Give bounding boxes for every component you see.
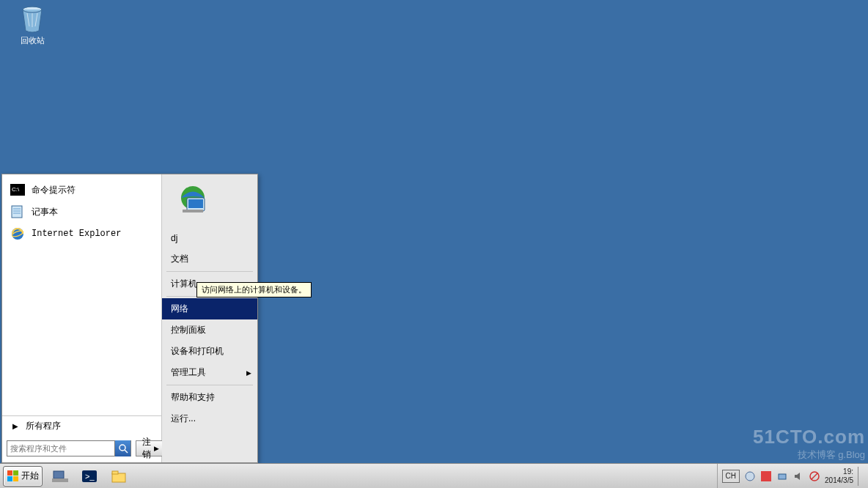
start-menu-search-row: 注销 ▶ bbox=[2, 436, 161, 462]
chevron-right-icon: ▶ bbox=[246, 369, 251, 377]
taskbar: 开始 >_ CH 19: 2014/3/5 bbox=[0, 463, 868, 488]
svg-rect-4 bbox=[12, 206, 22, 218]
start-button-label: 开始 bbox=[21, 470, 39, 482]
desktop: 回收站 C:\ 命令提示符 记事本 bbox=[0, 0, 868, 488]
start-button[interactable]: 开始 bbox=[3, 466, 43, 487]
taskbar-pin-server-manager[interactable] bbox=[46, 466, 74, 487]
tray-clock[interactable]: 19: 2014/3/5 bbox=[825, 467, 853, 485]
start-item-control-panel[interactable]: 控制面板 bbox=[162, 319, 257, 341]
item-label: 控制面板 bbox=[171, 324, 206, 336]
user-picture bbox=[172, 182, 213, 223]
svg-rect-21 bbox=[52, 478, 68, 482]
svg-line-11 bbox=[125, 450, 128, 453]
item-label: 运行... bbox=[171, 413, 196, 425]
recycle-bin-glyph bbox=[18, 4, 46, 34]
program-notepad[interactable]: 记事本 bbox=[5, 201, 158, 223]
search-icon bbox=[118, 443, 128, 454]
start-item-help[interactable]: 帮助和支持 bbox=[162, 387, 257, 408]
svg-rect-17 bbox=[13, 470, 18, 476]
item-label: 管理工具 bbox=[171, 366, 206, 379]
taskbar-pin-explorer[interactable] bbox=[105, 466, 133, 487]
watermark: 51CTO.com 技术博客 g.Blog bbox=[753, 426, 865, 462]
search-input[interactable] bbox=[7, 444, 114, 453]
tray-date: 2014/3/5 bbox=[825, 476, 853, 485]
search-button[interactable] bbox=[114, 440, 130, 456]
svg-text:>_: >_ bbox=[85, 472, 95, 481]
start-menu-programs: C:\ 命令提示符 记事本 Internet Explorer bbox=[2, 174, 161, 415]
separator bbox=[166, 271, 253, 272]
svg-rect-18 bbox=[7, 476, 12, 481]
tray-flag-icon[interactable] bbox=[760, 470, 772, 482]
windows-logo-icon bbox=[7, 470, 19, 482]
svg-rect-27 bbox=[761, 471, 771, 481]
logoff-label: 注销 bbox=[142, 436, 151, 461]
watermark-line2: 技术博客 g.Blog bbox=[753, 448, 865, 462]
start-menu: C:\ 命令提示符 记事本 Internet Explorer bbox=[1, 174, 258, 463]
tray-alert-icon[interactable] bbox=[809, 470, 820, 482]
start-item-admin-tools[interactable]: 管理工具 ▶ bbox=[162, 362, 257, 383]
svg-rect-16 bbox=[7, 470, 12, 476]
item-label: 帮助和支持 bbox=[171, 391, 215, 404]
system-tray: CH 19: 2014/3/5 bbox=[717, 464, 868, 488]
recycle-bin-icon[interactable]: 回收站 bbox=[10, 4, 54, 46]
network-tooltip: 访问网络上的计算机和设备。 bbox=[196, 282, 312, 297]
ie-icon bbox=[10, 226, 26, 242]
show-desktop-button[interactable] bbox=[858, 467, 864, 486]
item-label: 计算机 bbox=[171, 278, 197, 290]
item-label: 文档 bbox=[171, 253, 188, 265]
svg-rect-24 bbox=[112, 473, 125, 482]
start-menu-right: dj 文档 计算机 网络 控制面板 设备和打印机 管理工具 ▶ 帮助和支持 运行… bbox=[162, 174, 257, 462]
program-label: 记事本 bbox=[32, 206, 58, 218]
start-menu-left: C:\ 命令提示符 记事本 Internet Explorer bbox=[2, 174, 162, 462]
program-label: 命令提示符 bbox=[32, 184, 76, 196]
item-label: dj bbox=[171, 233, 177, 243]
svg-text:C:\: C:\ bbox=[12, 186, 20, 193]
logoff-button[interactable]: 注销 ▶ bbox=[136, 440, 166, 456]
program-ie[interactable]: Internet Explorer bbox=[5, 223, 158, 245]
start-item-user[interactable]: dj bbox=[162, 227, 257, 248]
program-label: Internet Explorer bbox=[32, 229, 121, 239]
svg-point-26 bbox=[746, 472, 754, 481]
all-programs-label: 所有程序 bbox=[26, 420, 61, 432]
item-label: 网络 bbox=[171, 303, 188, 315]
svg-rect-25 bbox=[112, 471, 118, 474]
chevron-right-icon: ▶ bbox=[154, 445, 159, 452]
svg-rect-19 bbox=[13, 476, 18, 481]
start-item-documents[interactable]: 文档 bbox=[162, 248, 257, 270]
program-cmd[interactable]: C:\ 命令提示符 bbox=[5, 179, 158, 201]
svg-rect-20 bbox=[54, 471, 64, 478]
tray-time: 19: bbox=[825, 467, 853, 476]
notepad-icon bbox=[10, 204, 26, 220]
watermark-line1: 51CTO.com bbox=[753, 426, 865, 448]
recycle-bin-label: 回收站 bbox=[10, 35, 54, 46]
taskbar-pin-powershell[interactable]: >_ bbox=[76, 466, 103, 487]
svg-rect-15 bbox=[183, 210, 203, 212]
svg-point-10 bbox=[119, 445, 125, 451]
cmd-icon: C:\ bbox=[10, 182, 26, 198]
chevron-right-icon: ▶ bbox=[12, 422, 18, 430]
tray-sound-icon[interactable] bbox=[792, 470, 804, 482]
separator bbox=[166, 385, 253, 385]
start-item-network[interactable]: 网络 bbox=[162, 298, 257, 319]
tray-network-icon[interactable] bbox=[776, 470, 788, 482]
search-box[interactable] bbox=[7, 440, 131, 456]
svg-rect-14 bbox=[188, 199, 203, 208]
tray-ime-icon[interactable] bbox=[744, 470, 756, 482]
svg-line-30 bbox=[812, 473, 817, 479]
all-programs[interactable]: ▶ 所有程序 bbox=[2, 415, 161, 436]
svg-rect-28 bbox=[779, 474, 786, 479]
language-indicator[interactable]: CH bbox=[722, 470, 740, 483]
start-item-devices-printers[interactable]: 设备和打印机 bbox=[162, 341, 257, 362]
item-label: 设备和打印机 bbox=[171, 345, 224, 358]
start-item-run[interactable]: 运行... bbox=[162, 408, 257, 429]
